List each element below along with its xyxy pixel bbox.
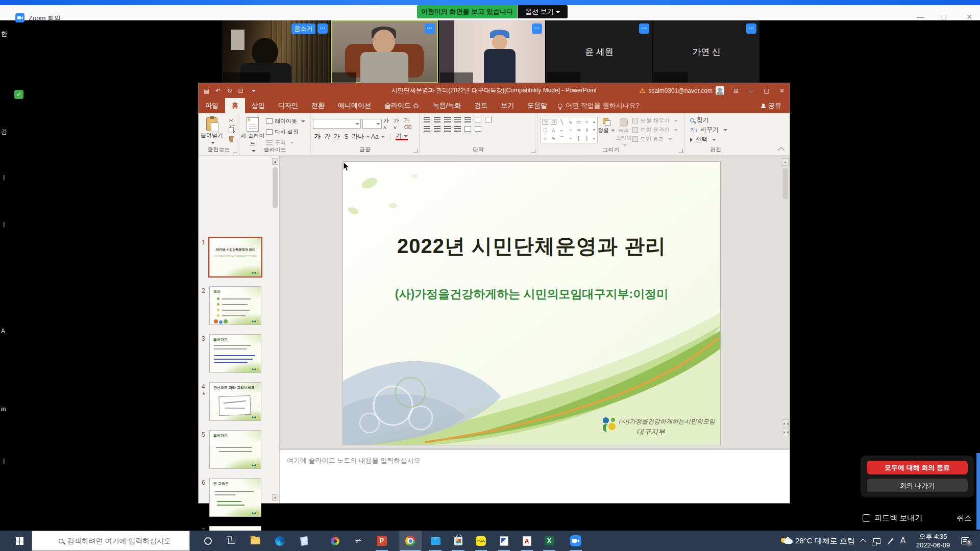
minimize-icon[interactable]: —	[744, 87, 759, 94]
numbering-icon[interactable]	[434, 117, 440, 122]
underline-button[interactable]: 가	[332, 132, 341, 141]
tab-insert[interactable]: 삽입	[245, 98, 272, 113]
slide-canvas[interactable]: 2022년 시민단체운영과 관리 (사)가정을건강하게하는 시민의모임대구지부:…	[342, 161, 721, 445]
more-options-icon[interactable]: ···	[639, 23, 649, 34]
tab-home[interactable]: 홈	[225, 98, 245, 113]
tab-design[interactable]: 디자인	[272, 98, 305, 113]
gallery-more-icon[interactable]: ▼	[593, 137, 596, 140]
mail-button[interactable]	[424, 531, 447, 551]
smartart-convert-icon[interactable]	[475, 126, 481, 132]
slide-thumbnail-5[interactable]: 들어가기	[209, 430, 261, 469]
start-button[interactable]	[9, 531, 30, 551]
slide-thumbnail-4[interactable]: 한선으로 따라 그려보세요	[209, 382, 261, 421]
share-button[interactable]: 공유	[753, 98, 790, 113]
tab-view[interactable]: 보기	[494, 98, 521, 113]
arrange-button[interactable]: 정렬	[598, 115, 615, 134]
shrink-font-button[interactable]: 가˅	[394, 117, 402, 131]
strikethrough-button[interactable]: S	[342, 133, 351, 140]
previous-slide-icon[interactable]: ▲▲	[782, 419, 789, 427]
task-view-button[interactable]	[223, 531, 240, 551]
tab-transitions[interactable]: 전환	[305, 98, 331, 113]
dialog-launcher-icon[interactable]	[413, 149, 418, 153]
powerpoint-titlebar[interactable]: ▤ ↶ ↻ ⊡ 시민단체운영과 관리(2022년 대구대특강)[Compatib…	[199, 83, 790, 98]
shape-effects-button[interactable]: 도형 효과	[632, 135, 678, 143]
close-icon[interactable]: ✕	[774, 87, 790, 94]
weather-button[interactable]	[780, 531, 794, 551]
slide-subtitle[interactable]: (사)가정을건강하게하는 시민의모임대구지부:이정미	[343, 286, 720, 302]
decrease-indent-icon[interactable]	[444, 117, 451, 122]
layout-button[interactable]: 레이아웃	[266, 116, 305, 126]
scrollbar-thumb[interactable]	[273, 167, 278, 208]
acrobat-button[interactable]: A	[516, 531, 538, 551]
quick-styles-button[interactable]: 빠른 스타일	[615, 115, 632, 148]
editor-scrollbar[interactable]: ▲ ▲▲ ▼▼	[782, 158, 789, 446]
start-slideshow-icon[interactable]: ⊡	[238, 87, 243, 94]
arc-shape-icon[interactable]: ⌒	[559, 135, 564, 142]
replace-button[interactable]: 가↓바꾸기	[685, 125, 746, 135]
restore-icon[interactable]: ▢	[759, 87, 774, 94]
dialog-launcher-icon[interactable]	[531, 149, 535, 153]
paint-button[interactable]	[324, 531, 346, 551]
dialog-launcher-icon[interactable]	[679, 149, 683, 153]
slide-thumbnail-3[interactable]: 들어가기	[209, 334, 261, 373]
brace-right-shape-icon[interactable]: }	[586, 136, 587, 141]
paste-button[interactable]: 붙여넣기	[199, 115, 225, 145]
zoom-taskbar-button[interactable]	[565, 531, 587, 551]
columns-icon[interactable]	[464, 126, 471, 132]
line-spacing-icon[interactable]	[464, 117, 471, 122]
scroll-up-icon[interactable]: ▲	[272, 158, 278, 165]
dialog-launcher-icon[interactable]	[233, 149, 237, 153]
reset-button[interactable]: 다시 설정	[266, 127, 305, 137]
grow-font-button[interactable]: 가˄	[383, 117, 392, 131]
tab-file[interactable]: 파일	[199, 98, 225, 113]
shape-outline-button[interactable]: 도형 윤곽선	[632, 126, 678, 134]
snipping-tool-button[interactable]: ✂	[347, 531, 370, 551]
slide-editor-area[interactable]: 2022년 시민단체운영과 관리 (사)가정을건강하게하는 시민의모임대구지부:…	[280, 156, 790, 448]
shape-fill-button[interactable]: 도형 채우기	[632, 117, 678, 124]
font-size-combobox[interactable]	[362, 119, 381, 129]
more-options-icon[interactable]: ···	[746, 23, 756, 34]
search-input[interactable]	[67, 537, 169, 545]
notes-pane[interactable]: 여기에 슬라이드 노트의 내용을 입력하십시오	[280, 448, 790, 503]
scribble-shape-icon[interactable]: ∿	[552, 136, 556, 141]
align-left-icon[interactable]	[424, 126, 430, 132]
rectangle-shape-icon[interactable]: ▭	[576, 119, 581, 124]
elbow-shape-icon[interactable]: ⌐	[560, 128, 563, 133]
elbow2-shape-icon[interactable]: ¬	[569, 128, 572, 133]
change-case-button[interactable]: Aa	[371, 133, 385, 140]
chrome-taskbar-button[interactable]	[399, 531, 422, 551]
ribbon-display-options-icon[interactable]: ⊞	[728, 87, 744, 94]
vertical-textbox-shape-icon[interactable]: 가	[551, 119, 556, 125]
leave-meeting-button[interactable]: 회의 나가기	[867, 479, 968, 492]
curve-shape-icon[interactable]: ~	[569, 136, 572, 141]
maximize-icon[interactable]: □	[936, 11, 951, 22]
gallery-up-icon[interactable]: ▲	[593, 120, 596, 123]
cancel-link[interactable]: 취소	[957, 513, 972, 523]
copy-icon[interactable]	[229, 127, 234, 133]
font-name-combobox[interactable]	[313, 119, 361, 129]
tab-slideshow[interactable]: 슬라이드 쇼	[378, 98, 426, 113]
italic-button[interactable]: 가	[323, 132, 331, 141]
clear-formatting-button[interactable]: 가⌫	[404, 116, 417, 131]
mute-button[interactable]: 음소거	[291, 23, 315, 34]
feedback-checkbox[interactable]	[863, 514, 870, 522]
arrow-shape-icon[interactable]: ↘	[568, 119, 572, 124]
more-options-icon[interactable]: ···	[425, 23, 435, 34]
undo-icon[interactable]: ↶	[215, 87, 220, 94]
redo-icon[interactable]: ↻	[227, 87, 232, 94]
ime-indicator[interactable]: A	[897, 531, 909, 551]
tab-review[interactable]: 검토	[468, 98, 494, 113]
more-options-icon[interactable]: ···	[317, 23, 328, 34]
text-direction-icon[interactable]	[475, 117, 481, 122]
format-painter-icon[interactable]	[229, 136, 234, 142]
tab-record[interactable]: 녹음/녹화	[426, 98, 468, 113]
select-button[interactable]: 선택	[685, 135, 746, 144]
pen-button[interactable]	[885, 531, 896, 551]
customize-qat-icon[interactable]	[252, 90, 256, 92]
view-options-button[interactable]: 옵션 보기	[518, 5, 568, 18]
justify-icon[interactable]	[454, 126, 461, 132]
cut-icon[interactable]: ✂	[229, 117, 233, 124]
gallery-down-icon[interactable]: ▼	[593, 128, 596, 132]
slide-thumbnail-2[interactable]: 목차	[209, 286, 261, 325]
store-button[interactable]	[447, 531, 470, 551]
